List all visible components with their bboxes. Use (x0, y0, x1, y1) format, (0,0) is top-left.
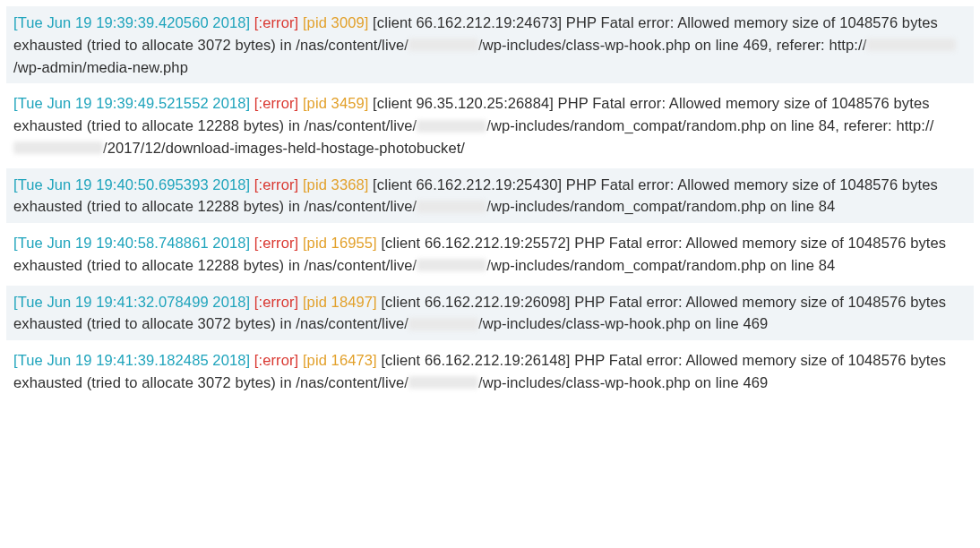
log-pid: [pid 16473] (303, 352, 377, 368)
log-client: [client 66.162.212.19:25430] (373, 176, 562, 193)
log-pid: [pid 3368] (303, 176, 368, 193)
log-message-part: /wp-admin/media-new.php (13, 59, 188, 75)
log-pid: [pid 3459] (303, 95, 368, 111)
log-entry: [Tue Jun 19 19:40:50.695393 2018] [:erro… (6, 168, 974, 224)
redacted-text: . (408, 376, 478, 389)
redacted-text: . (866, 39, 956, 51)
log-message-part: /wp-includes/random_compat/random.php on… (486, 198, 835, 214)
redacted-text: . (417, 259, 486, 271)
log-list: [Tue Jun 19 19:39:39.420560 2018] [:erro… (6, 6, 974, 399)
log-client: [client 66.162.212.19:25572] (381, 235, 570, 251)
log-pid: [pid 3009] (303, 14, 368, 30)
log-timestamp: [Tue Jun 19 19:39:39.420560 2018] (13, 14, 250, 30)
log-level: [:error] (254, 176, 298, 193)
log-level: [:error] (254, 95, 298, 111)
log-entry: [Tue Jun 19 19:39:49.521552 2018] [:erro… (6, 87, 974, 164)
log-level: [:error] (254, 352, 298, 368)
log-message-part: /wp-includes/random_compat/random.php on… (486, 117, 933, 133)
log-level: [:error] (254, 14, 298, 30)
log-level: [:error] (254, 235, 298, 251)
log-timestamp: [Tue Jun 19 19:40:58.748861 2018] (13, 235, 250, 251)
redacted-text: . (408, 39, 478, 51)
redacted-text: . (13, 141, 103, 154)
log-timestamp: [Tue Jun 19 19:39:49.521552 2018] (13, 95, 250, 111)
log-message-part: /wp-includes/class-wp-hook.php on line 4… (478, 315, 768, 331)
log-message-part: /wp-includes/class-wp-hook.php on line 4… (478, 374, 768, 390)
redacted-text: . (408, 318, 478, 330)
log-client: [client 66.162.212.19:26098] (381, 294, 570, 310)
log-timestamp: [Tue Jun 19 19:40:50.695393 2018] (13, 176, 250, 193)
log-entry: [Tue Jun 19 19:39:39.420560 2018] [:erro… (6, 6, 974, 83)
log-entry: [Tue Jun 19 19:40:58.748861 2018] [:erro… (6, 227, 974, 282)
log-message-part: /2017/12/download-images-held-hostage-ph… (103, 140, 465, 156)
log-entry: [Tue Jun 19 19:41:32.078499 2018] [:erro… (6, 286, 974, 341)
redacted-text: . (417, 120, 486, 133)
log-client: [client 66.162.212.19:26148] (381, 352, 570, 368)
log-message-part: /wp-includes/class-wp-hook.php on line 4… (478, 37, 866, 53)
log-pid: [pid 16955] (303, 235, 377, 251)
redacted-text: . (417, 201, 486, 213)
log-timestamp: [Tue Jun 19 19:41:32.078499 2018] (13, 294, 250, 310)
log-pid: [pid 18497] (303, 294, 377, 310)
log-entry: [Tue Jun 19 19:41:39.182485 2018] [:erro… (6, 344, 974, 399)
log-level: [:error] (254, 294, 298, 310)
log-client: [client 96.35.120.25:26884] (373, 95, 554, 111)
log-client: [client 66.162.212.19:24673] (373, 14, 562, 30)
log-timestamp: [Tue Jun 19 19:41:39.182485 2018] (13, 352, 250, 368)
log-message-part: /wp-includes/random_compat/random.php on… (486, 257, 835, 273)
